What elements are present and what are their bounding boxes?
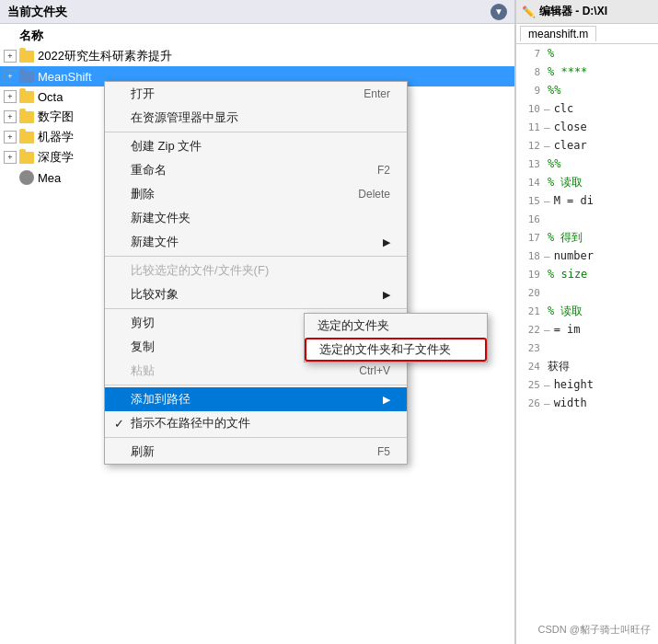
menu-indicate-not-in-path[interactable]: ✓ 指示不在路径中的文件: [105, 411, 407, 435]
menu-zip-label: 创建 Zip 文件: [131, 138, 202, 155]
menu-open-label: 打开: [131, 86, 155, 102]
code-line-25: 25 — height: [516, 375, 658, 394]
code-line-16: 16: [516, 210, 658, 228]
mea-label: Mea: [38, 171, 61, 185]
menu-compare-selected-label: 比较选定的文件/文件夹(F): [131, 262, 269, 279]
file-panel-title: 当前文件夹: [7, 4, 67, 20]
code-line-21: 21 % 读取: [516, 302, 658, 320]
code-line-24: 24 获得: [516, 357, 658, 375]
jiqi-label: 机器学: [38, 129, 74, 145]
separator-4: [105, 385, 407, 385]
folder-icon-blue: [19, 71, 34, 83]
menu-compare-selected: 比较选定的文件/文件夹(F): [105, 259, 407, 282]
submenu-folder-label: 选定的文件夹: [317, 317, 389, 334]
editor-tab[interactable]: meanshift.m: [520, 26, 596, 41]
code-line-15: 15 — M = di: [516, 191, 658, 210]
check-icon: ✓: [114, 417, 124, 431]
code-line-8: 8 % ****: [516, 63, 658, 81]
column-name: 名称: [19, 28, 43, 44]
separator-1: [105, 132, 407, 132]
code-line-7: 7 %: [516, 44, 658, 63]
menu-add-path[interactable]: 添加到路径 ▶: [105, 387, 407, 411]
separator-5: [105, 437, 407, 438]
menu-open[interactable]: 打开 Enter: [105, 82, 407, 106]
expand-btn-meanshift[interactable]: +: [4, 70, 17, 83]
menu-rename[interactable]: 重命名 F2: [105, 158, 407, 182]
code-line-23: 23: [516, 339, 658, 357]
code-line-19: 19 % size: [516, 265, 658, 283]
menu-explorer[interactable]: 在资源管理器中显示: [105, 106, 407, 130]
separator-2: [105, 256, 407, 257]
arrow-icon-2: ▶: [383, 289, 390, 301]
editor-header: ✏️ 编辑器 - D:\XI: [516, 0, 658, 24]
menu-refresh[interactable]: 刷新 F5: [105, 440, 407, 464]
arrow-icon: ▶: [383, 236, 390, 248]
editor-panel: ✏️ 编辑器 - D:\XI meanshift.m 7 % 8 % **** …: [515, 0, 658, 644]
column-header: 名称: [0, 26, 514, 46]
menu-refresh-shortcut: F5: [377, 445, 390, 458]
menu-indicate-label: 指示不在路径中的文件: [131, 415, 250, 431]
code-line-18: 18 — number: [516, 247, 658, 265]
menu-rename-shortcut: F2: [377, 164, 390, 177]
code-line-10: 10 — clc: [516, 99, 658, 118]
watermark: CSDN @貂子骑士叫旺仔: [538, 623, 651, 637]
editor-title: 编辑器 - D:\XI: [539, 4, 607, 19]
menu-delete[interactable]: 删除 Delete: [105, 182, 407, 206]
menu-zip[interactable]: 创建 Zip 文件: [105, 134, 407, 158]
arrow-icon-3: ▶: [383, 394, 390, 406]
context-menu: 打开 Enter 在资源管理器中显示 创建 Zip 文件 重命名 F2 删除 D…: [104, 81, 408, 465]
menu-delete-label: 删除: [131, 186, 155, 202]
meanshift-label: MeanShift: [38, 70, 92, 84]
folder-icon: [19, 51, 34, 63]
editor-pencil-icon: ✏️: [522, 6, 536, 18]
menu-cut-label: 剪切: [131, 315, 155, 331]
code-line-13: 13 %%: [516, 155, 658, 173]
menu-new-file-label: 新建文件: [131, 234, 179, 250]
submenu-item-folder-sub[interactable]: 选定的文件夹和子文件夹: [305, 338, 487, 362]
menu-new-folder-label: 新建文件夹: [131, 210, 190, 226]
code-line-12: 12 — clear: [516, 136, 658, 155]
expand-btn[interactable]: +: [4, 50, 17, 63]
shendu-label: 深度学: [38, 149, 74, 166]
separator-3: [105, 308, 407, 309]
expand-btn-octa[interactable]: +: [4, 90, 17, 103]
menu-paste-label: 粘贴: [131, 362, 155, 379]
octa-label: Octa: [38, 90, 63, 104]
panel-menu-icon[interactable]: ▼: [491, 4, 507, 20]
menu-paste-shortcut: Ctrl+V: [359, 364, 390, 377]
submenu-add-path: 选定的文件夹 选定的文件夹和子文件夹: [304, 313, 488, 362]
menu-new-folder[interactable]: 新建文件夹: [105, 206, 407, 230]
code-line-20: 20: [516, 283, 658, 302]
code-line-14: 14 % 读取: [516, 173, 658, 191]
file-row-label: 2022研究生科研素养提升: [38, 48, 172, 64]
folder-icon-shendu: [19, 152, 34, 164]
folder-icon-octa: [19, 91, 34, 103]
menu-new-file[interactable]: 新建文件 ▶: [105, 230, 407, 254]
file-panel-header: 当前文件夹 ▼: [0, 0, 514, 24]
expand-btn-shuzi[interactable]: +: [4, 110, 17, 123]
submenu-item-folder[interactable]: 选定的文件夹: [305, 314, 487, 338]
menu-add-path-label: 添加到路径: [131, 391, 190, 408]
code-line-22: 22 — = im: [516, 320, 658, 339]
code-line-26: 26 — width: [516, 394, 658, 412]
menu-delete-shortcut: Delete: [358, 188, 390, 201]
expand-btn-jiqi[interactable]: +: [4, 131, 17, 144]
code-line-11: 11 — close: [516, 118, 658, 136]
code-line-9: 9 %%: [516, 81, 658, 99]
menu-explorer-label: 在资源管理器中显示: [131, 109, 238, 126]
folder-icon-jiqi: [19, 132, 34, 144]
file-row-2022[interactable]: + 2022研究生科研素养提升: [0, 46, 514, 66]
folder-icon-shuzi: [19, 111, 34, 123]
code-area: 7 % 8 % **** 9 %% 10 — clc 11 — close 12…: [516, 44, 658, 412]
code-line-17: 17 % 得到: [516, 228, 658, 247]
menu-rename-label: 重命名: [131, 162, 167, 178]
menu-copy-label: 复制: [131, 339, 155, 355]
menu-compare-target-label: 比较对象: [131, 286, 179, 303]
menu-open-shortcut: Enter: [364, 87, 390, 100]
menu-compare-target[interactable]: 比较对象 ▶: [105, 282, 407, 306]
avatar-icon: [19, 170, 34, 185]
submenu-folder-sub-label: 选定的文件夹和子文件夹: [319, 341, 451, 358]
menu-refresh-label: 刷新: [131, 443, 155, 460]
expand-btn-shendu[interactable]: +: [4, 151, 17, 164]
shuzi-label: 数字图: [38, 109, 74, 125]
